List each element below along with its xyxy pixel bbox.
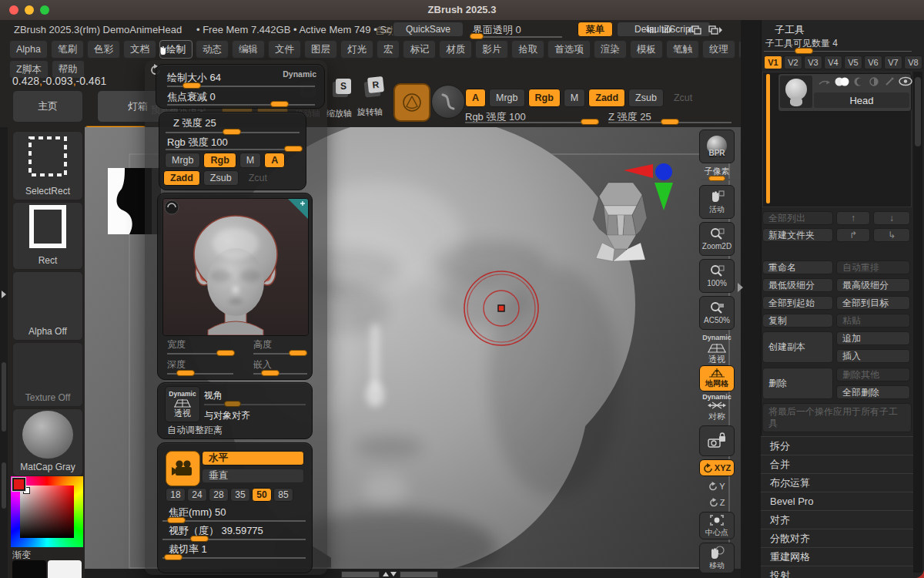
bpr-render-button[interactable]: BPR [699,129,735,163]
menu-item[interactable]: 材质 [439,40,472,59]
symmetry-toggle[interactable]: 对称 [696,401,738,422]
focal-shift-handle[interactable] [270,101,289,107]
auto-reorder-button[interactable]: 自动重排 [836,260,910,274]
focal-shift-slider[interactable] [167,104,315,106]
rename-button[interactable]: 重命名 [762,260,833,274]
eye-icon[interactable] [899,76,912,86]
ui-opacity-slider[interactable] [470,36,562,38]
insert-button[interactable]: 插入 [836,349,910,363]
scroll-doc-button[interactable]: 活动 [699,185,735,219]
mode-button[interactable]: A [264,153,285,168]
popup-z-intensity-handle[interactable] [223,129,241,135]
menu-item[interactable]: Alpha [9,40,48,59]
mode-button[interactable]: A [465,89,486,107]
height-handle[interactable] [289,350,307,356]
view-angle-handle[interactable] [224,401,241,407]
menu-item[interactable]: 拾取 [511,40,544,59]
menu-item[interactable]: 文件 [268,40,301,59]
fov-handle[interactable] [190,536,209,542]
mode-button[interactable]: Zsub [203,170,239,186]
visible-count-slider[interactable] [764,51,912,52]
menu-item[interactable]: 标记 [403,40,436,59]
rotate-y-button[interactable]: Y [699,479,735,493]
paintbrush-icon[interactable] [885,77,894,86]
all-to-target-button[interactable]: 全部到目标 [836,296,910,310]
subtool-item-head[interactable]: Head [778,73,912,112]
subtool-list-scrollbar[interactable] [766,74,770,203]
section-header[interactable]: 拆分 [761,436,913,455]
next-layout-icon[interactable] [706,23,726,37]
tray-collapse-arrow-icon[interactable] [737,282,744,293]
polypaint-arrow-icon[interactable] [819,79,831,86]
subpixel-handle[interactable] [708,176,725,181]
section-header[interactable]: 重建网格 [761,547,913,566]
current-brush-button[interactable] [393,83,430,122]
menu-button[interactable]: 菜单 [578,22,613,37]
crop-factor-slider[interactable] [162,557,306,559]
menu-item[interactable]: 编辑 [232,40,265,59]
camera-lock-button[interactable] [699,425,735,456]
scale-axis-icon[interactable]: S [336,79,351,94]
paste-button[interactable]: 粘贴 [836,314,910,328]
menu-item[interactable]: 影片 [475,40,508,59]
section-header[interactable]: 合并 [761,455,913,473]
home-button[interactable]: 主页 [12,90,83,123]
mode-button[interactable]: Zsub [628,89,664,107]
move-up-button[interactable]: ↑ [836,211,870,225]
camera-horizontal-button[interactable]: 水平 [202,451,304,465]
duplicate-button[interactable]: 创建副本 [762,331,833,363]
color-picker[interactable] [11,476,83,547]
rgb-intensity-slider[interactable] [465,122,599,123]
fov-slider[interactable] [162,539,306,540]
matcap-tile[interactable]: MatCap Gray [12,408,83,476]
perspective-button[interactable]: Dynamic 透视 [165,386,200,422]
highest-subdiv-button[interactable]: 最高级细分 [836,278,910,292]
mode-button[interactable]: Zadd [163,170,200,186]
width-handle[interactable] [216,350,235,356]
move-into-folder-button[interactable]: ↳ [873,228,910,242]
popup-rgb-intensity-slider[interactable] [166,149,301,150]
prev-layout-icon[interactable] [684,23,704,37]
subtool-view-tab[interactable]: V5 [844,55,862,69]
auto-distance-label[interactable]: 自动调整距离 [167,424,223,437]
tray-divider-handle-left[interactable] [341,571,380,578]
rotate-xyz-button[interactable]: XYZ [699,459,735,476]
mode-button[interactable]: Zcut [667,89,699,107]
preview-thumbnail[interactable] [162,198,309,336]
secondary-color-swatch[interactable] [12,560,46,578]
menu-item[interactable]: 灯光 [340,40,373,59]
focal-preset-button[interactable]: 24 [187,488,207,502]
subtool-view-tab[interactable]: V6 [864,55,882,69]
quicksave-button[interactable]: QuickSave [393,22,464,37]
append-button[interactable]: 追加 [836,331,910,345]
panel-scrollbar[interactable] [913,72,922,573]
menu-item[interactable]: 纹理 [702,40,735,59]
subtool-view-tab[interactable]: V7 [884,55,902,69]
rotate-z-button[interactable]: Z [699,496,735,509]
mode-button[interactable]: Mrgb [165,153,200,168]
section-header[interactable]: Bevel Pro [761,492,913,510]
left-scroll-thumb[interactable] [2,362,6,432]
antialias-half-button[interactable]: AC50% [699,296,735,330]
actual-size-button[interactable]: 100% [699,259,735,293]
focal-preset-button[interactable]: 18 [166,488,186,502]
menu-item[interactable]: 笔触 [666,40,699,59]
mode-button[interactable]: Rgb [203,153,236,168]
alpha-off-tile[interactable]: Alpha Off [12,271,83,341]
menu-item[interactable]: 文档 [123,40,156,59]
section-header[interactable]: 投射 [761,566,913,578]
mode-button[interactable]: Zadd [588,89,625,107]
tray-divider-handle-right[interactable] [400,571,438,578]
view-angle-slider[interactable] [204,404,306,405]
menu-item[interactable]: 图层 [304,40,337,59]
current-stroke-button[interactable] [431,85,465,119]
delete-all-button[interactable]: 全部删除 [836,385,910,399]
list-all-button[interactable]: 全部列出 [762,211,833,225]
subtool-view-tab[interactable]: V4 [824,55,842,69]
crop-factor-handle[interactable] [164,554,182,560]
perspective-toggle[interactable]: Dynamic 透视 [696,333,738,365]
section-header[interactable]: 对齐 [761,510,913,529]
subtool-view-tab[interactable]: V2 [784,55,802,69]
focal-preset-button[interactable]: 28 [209,488,229,502]
menu-item[interactable]: 宏 [377,40,400,59]
